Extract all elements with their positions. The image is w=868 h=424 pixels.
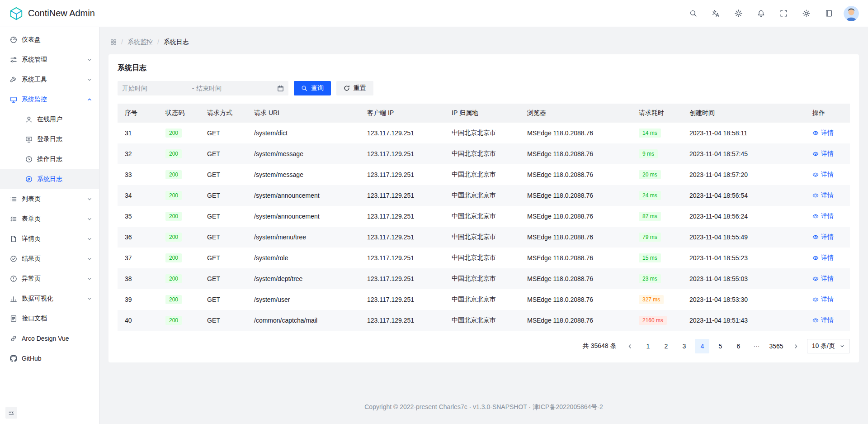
gear-icon[interactable]	[798, 6, 814, 21]
cell-browser: MSEdge 118.0.2088.76	[520, 248, 632, 268]
duration-badge: 87 ms	[639, 212, 661, 221]
exclamation-circle-icon	[10, 275, 17, 282]
detail-link[interactable]: 详情	[812, 275, 834, 283]
detail-link[interactable]: 详情	[812, 191, 834, 200]
sidebar-item-detail-page[interactable]: 详情页	[0, 229, 99, 249]
bell-icon[interactable]	[753, 6, 769, 21]
login-log-icon	[25, 136, 33, 143]
book-icon[interactable]	[821, 6, 836, 21]
page-number-button[interactable]: 1	[641, 339, 655, 353]
chevron-up-icon	[86, 96, 93, 103]
top-bar: ContiNew Admin	[0, 0, 868, 27]
sidebar-item-list-page[interactable]: 列表页	[0, 189, 99, 209]
page-number-button[interactable]: 6	[731, 339, 745, 353]
cell-browser: MSEdge 118.0.2088.76	[520, 164, 632, 185]
cell-status: 200	[158, 185, 200, 206]
cell-created-time: 2023-11-04 18:57:20	[682, 164, 805, 185]
cell-ip-location: 中国北京北京市	[444, 164, 520, 185]
page-number-button[interactable]: 4	[695, 339, 709, 353]
eye-icon	[812, 192, 819, 199]
page-number-button[interactable]: ···	[749, 339, 764, 353]
table-row: 33 200 GET /system/message 123.117.129.2…	[118, 164, 850, 185]
sidebar-item-system-monitor[interactable]: 系统监控	[0, 90, 99, 110]
status-badge: 200	[165, 149, 182, 158]
logo-area[interactable]: ContiNew Admin	[9, 6, 95, 21]
detail-link[interactable]: 详情	[812, 254, 834, 262]
collapse-sidebar-button[interactable]	[5, 407, 17, 419]
system-log-compass-icon	[25, 176, 33, 183]
breadcrumb-section[interactable]: 系统监控	[127, 38, 153, 46]
detail-link[interactable]: 详情	[812, 295, 834, 304]
table-body: 31 200 GET /system/dict 123.117.129.251 …	[118, 123, 850, 331]
detail-link[interactable]: 详情	[812, 129, 834, 137]
end-time-input[interactable]	[196, 85, 264, 92]
page-size-select[interactable]: 10 条/页	[807, 339, 850, 353]
breadcrumb-current: 系统日志	[164, 38, 189, 46]
detail-link[interactable]: 详情	[812, 212, 834, 220]
detail-link[interactable]: 详情	[812, 150, 834, 158]
status-badge: 200	[165, 274, 182, 283]
sidebar-item-login-log[interactable]: 登录日志	[0, 129, 99, 149]
prev-page-button[interactable]	[623, 339, 637, 353]
cell-status: 200	[158, 143, 200, 164]
page-number-button[interactable]: 5	[713, 339, 727, 353]
page-number-button[interactable]: 3565	[767, 339, 785, 353]
eye-icon	[812, 172, 819, 178]
page-number-button[interactable]: 3	[677, 339, 691, 353]
table-row: 34 200 GET /system/announcement 123.117.…	[118, 185, 850, 206]
refresh-icon	[344, 85, 350, 91]
sidebar-item-api-doc[interactable]: 接口文档	[0, 309, 99, 329]
sidebar-item-dashboard[interactable]: 仪表盘	[0, 30, 99, 50]
sidebar-item-result-page[interactable]: 结果页	[0, 249, 99, 269]
date-range-picker[interactable]: -	[118, 81, 288, 95]
detail-link[interactable]: 详情	[812, 171, 834, 179]
sidebar-item-operation-log[interactable]: 操作日志	[0, 149, 99, 169]
chevron-down-icon	[840, 343, 845, 349]
cell-ip-location: 中国北京北京市	[444, 289, 520, 310]
sidebar-item-system-mgmt[interactable]: 系统管理	[0, 50, 99, 70]
page-number-button[interactable]: 2	[659, 339, 673, 353]
avatar[interactable]	[844, 6, 859, 21]
next-page-button[interactable]	[789, 339, 803, 353]
table-row: 36 200 GET /system/menu/tree 123.117.129…	[118, 227, 850, 248]
duration-badge: 79 ms	[639, 233, 661, 242]
cell-created-time: 2023-11-04 18:57:45	[682, 143, 805, 164]
detail-link[interactable]: 详情	[812, 316, 834, 324]
table-row: 37 200 GET /system/role 123.117.129.251 …	[118, 248, 850, 268]
history-clock-icon	[25, 156, 33, 163]
reset-button[interactable]: 重置	[336, 81, 373, 95]
search-icon[interactable]	[685, 6, 701, 21]
search-icon	[301, 85, 307, 91]
cell-action: 详情	[805, 227, 850, 248]
cell-action: 详情	[805, 123, 850, 143]
cell-ip-location: 中国北京北京市	[444, 227, 520, 248]
apps-grid-icon	[110, 39, 117, 45]
cell-no: 34	[118, 185, 158, 206]
wrench-icon	[10, 76, 17, 83]
status-badge: 200	[165, 253, 182, 262]
sidebar-item-exception-page[interactable]: 异常页	[0, 269, 99, 289]
fullscreen-icon[interactable]	[776, 6, 791, 21]
sidebar-item-github[interactable]: GitHub	[0, 348, 99, 368]
sidebar-item-form-page[interactable]: 表单页	[0, 209, 99, 229]
cell-action: 详情	[805, 164, 850, 185]
topbar-actions	[685, 6, 859, 21]
detail-link[interactable]: 详情	[812, 233, 834, 241]
sidebar-item-system-tools[interactable]: 系统工具	[0, 70, 99, 90]
cell-action: 详情	[805, 268, 850, 289]
sun-icon[interactable]	[731, 6, 746, 21]
start-time-input[interactable]	[122, 85, 190, 92]
content-card: 系统日志 - 查询	[108, 54, 859, 362]
sidebar-item-system-log[interactable]: 系统日志	[0, 169, 99, 189]
sidebar-menu: 仪表盘 系统管理 系统工具 系统监控	[0, 30, 99, 368]
cell-client-ip: 123.117.129.251	[360, 123, 444, 143]
sidebar-item-data-viz[interactable]: 数据可视化	[0, 289, 99, 309]
sidebar-item-online-users[interactable]: 在线用户	[0, 110, 99, 129]
translate-icon[interactable]	[708, 6, 723, 21]
cell-ip-location: 中国北京北京市	[444, 310, 520, 331]
table-row: 35 200 GET /system/announcement 123.117.…	[118, 206, 850, 227]
search-button[interactable]: 查询	[294, 81, 331, 95]
sidebar-item-arco-design-vue[interactable]: Arco Design Vue	[0, 329, 99, 348]
cell-duration: 23 ms	[632, 268, 682, 289]
cell-browser: MSEdge 118.0.2088.76	[520, 143, 632, 164]
